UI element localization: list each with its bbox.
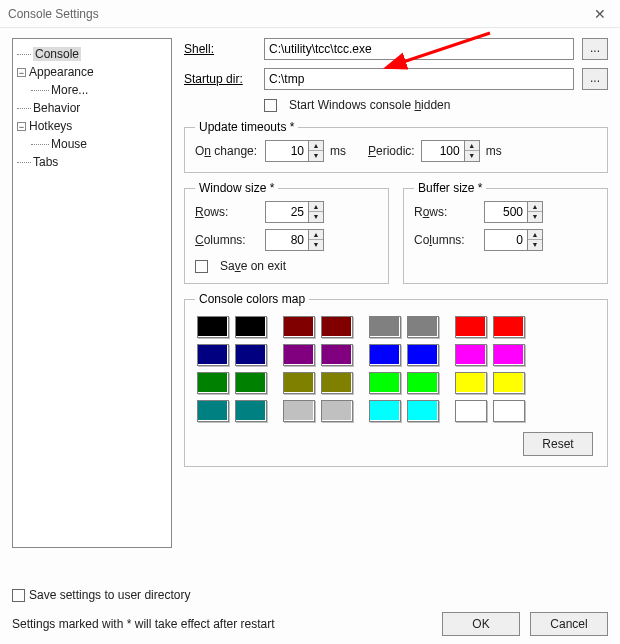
color-swatch[interactable]: [407, 372, 439, 394]
color-swatch[interactable]: [407, 316, 439, 338]
color-swatch[interactable]: [369, 372, 401, 394]
save-on-exit-checkbox[interactable]: [195, 260, 208, 273]
color-swatch[interactable]: [407, 400, 439, 422]
color-swatch[interactable]: [197, 316, 229, 338]
color-swatch[interactable]: [321, 344, 353, 366]
category-tree[interactable]: Console −Appearance More... Behavior −Ho…: [12, 38, 172, 548]
ms-label: ms: [330, 144, 346, 158]
tree-item-behavior[interactable]: Behavior: [33, 101, 80, 115]
startupdir-input[interactable]: [264, 68, 574, 90]
shell-label: Shell:: [184, 42, 256, 56]
win-rows-label: Rows:: [195, 205, 259, 219]
tree-item-tabs[interactable]: Tabs: [33, 155, 58, 169]
color-swatch[interactable]: [407, 344, 439, 366]
color-swatch[interactable]: [455, 316, 487, 338]
spin-up-icon[interactable]: ▲: [465, 141, 479, 151]
color-swatch[interactable]: [321, 316, 353, 338]
tree-item-hotkeys[interactable]: Hotkeys: [29, 119, 72, 133]
color-swatch[interactable]: [369, 400, 401, 422]
window-size-group: Window size * Rows: ▲▼ Columns: ▲▼: [184, 181, 389, 284]
color-swatch[interactable]: [283, 400, 315, 422]
color-swatch[interactable]: [283, 372, 315, 394]
periodic-label: Periodic:: [368, 144, 415, 158]
buffer-size-group: Buffer size * Rows: ▲▼ Columns: ▲▼: [403, 181, 608, 284]
spin-up-icon[interactable]: ▲: [528, 202, 542, 212]
color-swatch[interactable]: [455, 372, 487, 394]
color-swatch[interactable]: [493, 400, 525, 422]
color-swatch[interactable]: [493, 372, 525, 394]
color-swatch[interactable]: [235, 372, 267, 394]
tree-item-appearance[interactable]: Appearance: [29, 65, 94, 79]
color-swatch[interactable]: [493, 344, 525, 366]
spin-up-icon[interactable]: ▲: [528, 230, 542, 240]
reset-button[interactable]: Reset: [523, 432, 593, 456]
colors-legend: Console colors map: [195, 292, 309, 306]
color-swatch[interactable]: [235, 344, 267, 366]
color-swatch[interactable]: [369, 316, 401, 338]
color-swatch[interactable]: [321, 372, 353, 394]
update-timeouts-legend: Update timeouts *: [195, 120, 298, 134]
color-swatch[interactable]: [455, 400, 487, 422]
color-swatch[interactable]: [493, 316, 525, 338]
expand-icon[interactable]: −: [17, 122, 26, 131]
spin-down-icon[interactable]: ▼: [465, 151, 479, 161]
color-swatch[interactable]: [369, 344, 401, 366]
tree-item-console[interactable]: Console: [33, 47, 81, 61]
startupdir-browse-button[interactable]: ...: [582, 68, 608, 90]
color-swatch[interactable]: [283, 344, 315, 366]
color-swatch[interactable]: [321, 400, 353, 422]
spin-down-icon[interactable]: ▼: [309, 212, 323, 222]
close-icon[interactable]: ✕: [588, 0, 612, 28]
cancel-button[interactable]: Cancel: [530, 612, 608, 636]
tree-item-more[interactable]: More...: [51, 83, 88, 97]
color-swatch[interactable]: [197, 400, 229, 422]
ms-label: ms: [486, 144, 502, 158]
buffer-size-legend: Buffer size *: [414, 181, 486, 195]
onchange-spinner[interactable]: ▲▼: [265, 140, 324, 162]
color-swatch[interactable]: [197, 372, 229, 394]
win-cols-spinner[interactable]: ▲▼: [265, 229, 324, 251]
window-title: Console Settings: [8, 0, 99, 28]
buf-rows-spinner[interactable]: ▲▼: [484, 201, 543, 223]
restart-note: Settings marked with * will take effect …: [12, 617, 275, 631]
buf-cols-label: Columns:: [414, 233, 478, 247]
ok-button[interactable]: OK: [442, 612, 520, 636]
colors-group: Console colors map Reset: [184, 292, 608, 467]
spin-down-icon[interactable]: ▼: [528, 212, 542, 222]
title-bar: Console Settings ✕: [0, 0, 620, 28]
color-swatch[interactable]: [283, 316, 315, 338]
spin-down-icon[interactable]: ▼: [528, 240, 542, 250]
win-cols-label: Columns:: [195, 233, 259, 247]
window-size-legend: Window size *: [195, 181, 278, 195]
update-timeouts-group: Update timeouts * On change: ▲▼ ms Perio…: [184, 120, 608, 173]
buf-rows-label: Rows:: [414, 205, 478, 219]
start-hidden-label: Start Windows console hidden: [289, 98, 450, 112]
spin-up-icon[interactable]: ▲: [309, 141, 323, 151]
onchange-label: On change:: [195, 144, 259, 158]
color-swatch[interactable]: [197, 344, 229, 366]
color-swatch[interactable]: [235, 316, 267, 338]
spin-up-icon[interactable]: ▲: [309, 202, 323, 212]
save-user-checkbox[interactable]: [12, 589, 25, 602]
color-palette: [195, 312, 597, 428]
color-swatch[interactable]: [235, 400, 267, 422]
tree-item-mouse[interactable]: Mouse: [51, 137, 87, 151]
periodic-spinner[interactable]: ▲▼: [421, 140, 480, 162]
save-on-exit-label: Save on exit: [220, 259, 286, 273]
spin-down-icon[interactable]: ▼: [309, 240, 323, 250]
spin-up-icon[interactable]: ▲: [309, 230, 323, 240]
shell-browse-button[interactable]: ...: [582, 38, 608, 60]
spin-down-icon[interactable]: ▼: [309, 151, 323, 161]
expand-icon[interactable]: −: [17, 68, 26, 77]
shell-input[interactable]: [264, 38, 574, 60]
win-rows-spinner[interactable]: ▲▼: [265, 201, 324, 223]
save-user-label: Save settings to user directory: [29, 588, 190, 602]
color-swatch[interactable]: [455, 344, 487, 366]
startupdir-label: Startup dir:: [184, 72, 256, 86]
buf-cols-spinner[interactable]: ▲▼: [484, 229, 543, 251]
start-hidden-checkbox[interactable]: [264, 99, 277, 112]
